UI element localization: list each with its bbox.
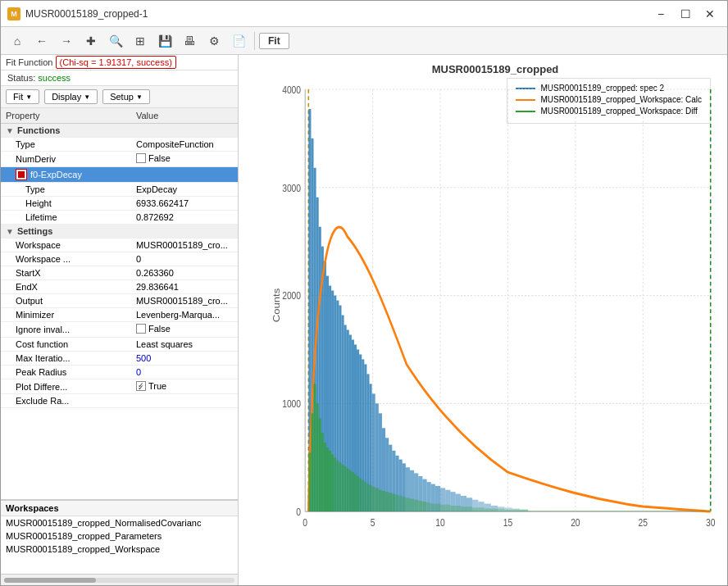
- move-button[interactable]: ✚: [80, 30, 102, 52]
- svg-rect-119: [406, 497, 410, 511]
- svg-rect-107: [366, 484, 369, 512]
- table-row[interactable]: Workspace ... 0: [1, 252, 238, 266]
- table-row[interactable]: NumDeriv False: [1, 152, 238, 167]
- title-controls: − ☐ ✕: [650, 6, 721, 22]
- svg-rect-90: [324, 443, 326, 511]
- workspace-item[interactable]: MUSR00015189_cropped_Workspace: [1, 543, 238, 556]
- svg-rect-141: [528, 511, 536, 511]
- functions-toggle[interactable]: ▼: [6, 126, 14, 135]
- table-row[interactable]: Type ExpDecay: [1, 183, 238, 197]
- svg-text:5: 5: [371, 517, 375, 528]
- forward-button[interactable]: →: [55, 30, 78, 52]
- table-row[interactable]: Exclude Ra...: [1, 394, 238, 408]
- settings-toggle[interactable]: ▼: [6, 227, 14, 236]
- svg-text:0: 0: [303, 517, 307, 528]
- grid-button[interactable]: ⊞: [129, 30, 152, 52]
- svg-rect-121: [414, 500, 418, 511]
- setup-dropdown-button[interactable]: Setup ▼: [102, 89, 150, 104]
- settings-section-header[interactable]: ▼Settings: [1, 225, 238, 238]
- prop-type-value: CompositeFunction: [131, 138, 238, 152]
- table-row[interactable]: Type CompositeFunction: [1, 138, 238, 152]
- svg-rect-137: [498, 509, 504, 512]
- svg-rect-127: [440, 505, 445, 511]
- svg-rect-134: [478, 507, 484, 511]
- prop-plot-diff-label: Plot Differe...: [1, 379, 131, 394]
- svg-rect-114: [389, 493, 392, 511]
- workspaces-scrollbar[interactable]: [1, 574, 238, 585]
- table-row[interactable]: Plot Differe... ✓ True: [1, 379, 238, 394]
- numderiv-checkbox[interactable]: [136, 153, 146, 163]
- svg-text:30: 30: [706, 517, 715, 528]
- prop-minimizer-label: Minimizer: [1, 308, 131, 322]
- fit-dropdown-button[interactable]: Fit ▼: [6, 89, 39, 104]
- table-row[interactable]: Peak Radius 0: [1, 366, 238, 379]
- fit-function-label: Fit Function: [6, 57, 52, 67]
- workspace-item[interactable]: MUSR00015189_cropped_Parameters: [1, 529, 238, 543]
- display-dropdown-button[interactable]: Display ▼: [44, 89, 98, 104]
- f0-expdecay-row[interactable]: f0-ExpDecay: [1, 167, 238, 183]
- functions-label: Functions: [17, 125, 61, 135]
- svg-rect-160: [689, 511, 697, 511]
- svg-rect-93: [331, 455, 334, 511]
- table-row[interactable]: Height 6933.662417: [1, 197, 238, 211]
- f0-expdecay-checkbox[interactable]: [16, 169, 27, 180]
- svg-rect-92: [329, 451, 331, 511]
- table-row[interactable]: Max Iteratio... 500: [1, 352, 238, 366]
- svg-rect-116: [395, 495, 398, 511]
- svg-rect-113: [385, 492, 389, 511]
- svg-text:3000: 3000: [282, 183, 301, 193]
- back-button[interactable]: ←: [30, 30, 53, 52]
- functions-section-header[interactable]: ▼Functions: [1, 124, 238, 138]
- plot-diff-checkbox[interactable]: ✓: [136, 381, 146, 391]
- table-row[interactable]: Output MUSR00015189_cro...: [1, 294, 238, 308]
- svg-rect-124: [427, 502, 431, 511]
- settings-button[interactable]: ⚙: [202, 30, 225, 52]
- prop-numderiv-label: NumDeriv: [1, 152, 131, 167]
- svg-rect-131: [461, 507, 466, 511]
- script-button[interactable]: 📄: [227, 30, 250, 52]
- status-value: success: [38, 73, 71, 83]
- table-row[interactable]: Lifetime 0.872692: [1, 211, 238, 225]
- table-row[interactable]: Minimizer Levenberg-Marqua...: [1, 308, 238, 322]
- prop-endx-value: 29.836641: [131, 280, 238, 294]
- prop-height-value: 6933.662417: [131, 197, 238, 211]
- save-button[interactable]: 💾: [153, 30, 176, 52]
- scroll-thumb[interactable]: [4, 578, 96, 583]
- title-bar-left: M MUSR00015189_cropped-1: [7, 7, 148, 20]
- property-col-header: Property: [1, 108, 131, 124]
- svg-rect-159: [680, 511, 689, 511]
- table-row[interactable]: Cost function Least squares: [1, 338, 238, 352]
- table-row[interactable]: Workspace MUSR00015189_cro...: [1, 238, 238, 252]
- svg-rect-129: [450, 506, 455, 511]
- search-button[interactable]: 🔍: [104, 30, 127, 52]
- svg-text:Counts: Counts: [271, 288, 282, 323]
- svg-rect-155: [646, 511, 654, 511]
- table-row[interactable]: Ignore inval... False: [1, 322, 238, 338]
- svg-rect-142: [536, 511, 544, 511]
- scroll-track: [4, 578, 234, 583]
- svg-text:1000: 1000: [282, 398, 301, 409]
- svg-rect-136: [491, 509, 498, 512]
- home-button[interactable]: ⌂: [6, 30, 29, 52]
- minimize-button[interactable]: −: [650, 6, 671, 22]
- svg-rect-103: [357, 476, 359, 511]
- fit-toolbar-button[interactable]: Fit: [259, 33, 289, 49]
- numderiv-checkbox-cell: False: [136, 153, 171, 163]
- print-button[interactable]: 🖶: [178, 30, 201, 52]
- close-button[interactable]: ✕: [699, 6, 721, 22]
- svg-rect-135: [485, 509, 491, 512]
- svg-text:2000: 2000: [282, 291, 301, 302]
- prop-output-value: MUSR00015189_cro...: [131, 294, 238, 308]
- ignore-invalid-checkbox[interactable]: [136, 324, 146, 334]
- table-row[interactable]: EndX 29.836641: [1, 280, 238, 294]
- histogram-blue: [308, 109, 528, 511]
- workspace-item[interactable]: MUSR00015189_cropped_NormalisedCovarianc: [1, 516, 238, 529]
- svg-rect-110: [375, 488, 379, 511]
- svg-rect-123: [422, 502, 426, 511]
- maximize-button[interactable]: ☐: [675, 6, 696, 22]
- f0-expdecay-label: f0-ExpDecay: [1, 167, 131, 183]
- svg-rect-161: [697, 511, 705, 511]
- svg-rect-148: [587, 511, 595, 511]
- table-row[interactable]: StartX 0.263360: [1, 266, 238, 280]
- svg-rect-149: [596, 511, 604, 511]
